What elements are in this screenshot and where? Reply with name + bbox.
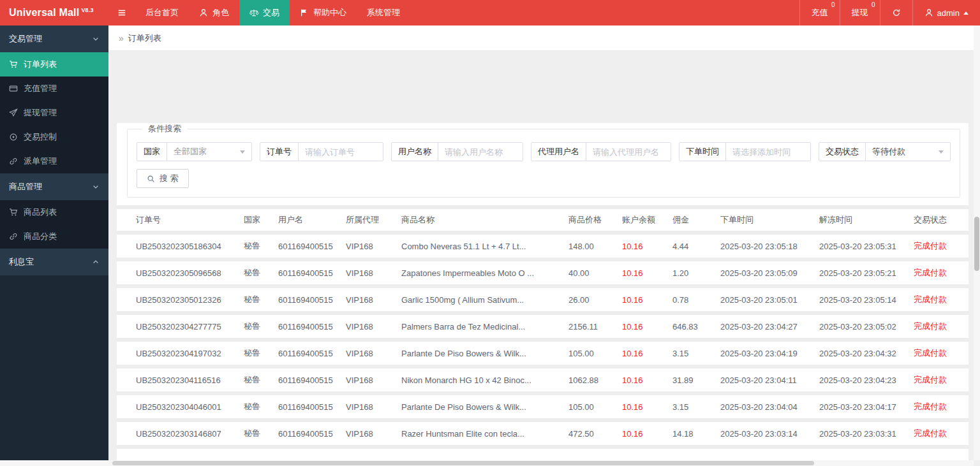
vertical-scrollbar[interactable] — [974, 25, 980, 460]
cell-product-price: 148.00 — [568, 235, 622, 258]
vertical-scrollbar-thumb[interactable] — [974, 217, 979, 271]
cell-order-no: UB2503202304197032 — [117, 342, 244, 365]
chevron-down-icon — [92, 35, 100, 43]
breadcrumb: » 订单列表 — [108, 25, 980, 51]
sidebar-group-goods-management[interactable]: 商品管理 — [0, 173, 108, 200]
header-product-price: 商品价格 — [568, 209, 622, 231]
header-agent: 所属代理 — [346, 209, 401, 231]
agent-name-field-group: 代理用户名 — [531, 142, 671, 161]
table-row[interactable]: UB2503202304197032 秘鲁 601169400515 VIP16… — [117, 342, 969, 365]
search-fields-row: 国家 全部国家 订单号 用户名称 代理用户名 — [137, 142, 951, 161]
nav-item-trade[interactable]: 交易 — [239, 0, 290, 25]
header-account-balance: 账户余额 — [622, 209, 672, 231]
sidebar-toggle-button[interactable] — [108, 0, 135, 25]
country-select[interactable]: 全部国家 — [167, 143, 251, 161]
sidebar-group-trade-management[interactable]: 交易管理 — [0, 25, 108, 52]
cell-unfreeze-time: 2025-03-20 23:05:14 — [819, 288, 914, 311]
cell-unfreeze-time: 2025-03-20 23:05:02 — [819, 315, 914, 338]
cell-country: 秘鲁 — [244, 422, 278, 445]
cell-account-balance: 10.16 — [622, 395, 672, 418]
refresh-button[interactable] — [880, 0, 912, 25]
cell-commission: 3.15 — [672, 342, 720, 365]
cell-order-time: 2025-03-20 23:04:19 — [720, 342, 819, 365]
cell-order-time: 2025-03-20 23:03:14 — [720, 422, 819, 445]
cell-country: 秘鲁 — [244, 315, 278, 338]
cell-product-price: 26.00 — [568, 288, 622, 311]
table-row[interactable]: UB2503202305012326 秘鲁 601169400515 VIP16… — [117, 288, 969, 311]
table-row[interactable]: UB2503202305096568 秘鲁 601169400515 VIP16… — [117, 261, 969, 284]
cell-product-name: Zapatones Impermeables Moto O ... — [401, 261, 568, 284]
agent-name-input[interactable] — [586, 143, 671, 161]
search-icon — [147, 175, 155, 183]
cell-country: 秘鲁 — [244, 395, 278, 418]
order-no-label: 订单号 — [260, 143, 299, 161]
sidebar-item-recharge-management[interactable]: 充值管理 — [0, 76, 108, 101]
sidebar-item-label: 派单管理 — [24, 156, 57, 167]
cell-trade-status: 完成付款 — [914, 342, 969, 365]
cell-order-no: UB2503202305186304 — [117, 235, 244, 258]
header-order-time: 下单时间 — [720, 209, 819, 231]
cell-unfreeze-time: 2025-03-20 23:04:17 — [819, 395, 914, 418]
nav-item-roles[interactable]: 角色 — [189, 0, 239, 25]
cell-trade-status: 完成付款 — [914, 261, 969, 284]
cell-product-price: 2156.11 — [568, 315, 622, 338]
sidebar-item-label: 商品列表 — [24, 207, 57, 218]
trade-status-select[interactable]: 等待付款 — [866, 143, 950, 161]
cell-agent: VIP168 — [346, 261, 401, 284]
cell-country: 秘鲁 — [244, 368, 278, 391]
table-row[interactable]: UB2503202304277775 秘鲁 601169400515 VIP16… — [117, 315, 969, 338]
person-icon — [924, 8, 933, 17]
cell-agent: VIP168 — [346, 288, 401, 311]
cell-product-price: 40.00 — [568, 261, 622, 284]
user-name-field-group: 用户名称 — [391, 142, 523, 161]
recharge-button[interactable]: 充值 0 — [799, 0, 840, 25]
cell-order-time: 2025-03-20 23:04:04 — [720, 395, 819, 418]
sidebar-item-label: 提现管理 — [24, 107, 57, 119]
sidebar-item-trade-control[interactable]: 交易控制 — [0, 125, 108, 149]
nav-item-system-management[interactable]: 系统管理 — [357, 0, 410, 25]
sidebar-group-interest-treasure[interactable]: 利息宝 — [0, 249, 108, 275]
caret-down-icon — [240, 150, 245, 154]
app-version: V8.3 — [81, 7, 93, 13]
cell-product-price: 105.00 — [568, 342, 622, 365]
nav-item-home[interactable]: 后台首页 — [135, 0, 189, 25]
horizontal-scrollbar[interactable] — [0, 460, 974, 466]
sidebar-item-order-list[interactable]: 订单列表 — [0, 52, 108, 76]
sidebar-item-goods-category[interactable]: 商品分类 — [0, 224, 108, 249]
cell-country: 秘鲁 — [244, 342, 278, 365]
country-label: 国家 — [137, 143, 167, 161]
user-menu[interactable]: admin — [912, 0, 980, 25]
user-name-input[interactable] — [438, 143, 523, 161]
nav-label: 系统管理 — [367, 7, 400, 18]
cell-product-price: 472.50 — [568, 422, 622, 445]
sidebar-item-goods-list[interactable]: 商品列表 — [0, 200, 108, 224]
flag-icon — [300, 8, 309, 17]
country-field-group: 国家 全部国家 — [137, 142, 252, 161]
sidebar-item-label: 交易控制 — [24, 131, 57, 143]
cell-order-no: UB2503202304046001 — [117, 395, 244, 418]
cell-product-price: 1062.88 — [568, 368, 622, 391]
order-time-input[interactable] — [726, 143, 810, 161]
horizontal-scrollbar-thumb[interactable] — [112, 461, 814, 465]
table-row[interactable]: UB2503202305186304 秘鲁 601169400515 VIP16… — [117, 235, 969, 258]
header-unfreeze-time: 解冻时间 — [819, 209, 914, 231]
table-row[interactable]: UB2503202304116516 秘鲁 601169400515 VIP16… — [117, 368, 969, 391]
cell-product-name: Combo Neveras 51.1 Lt + 4.7 Lt... — [401, 235, 568, 258]
sidebar-item-withdraw-management[interactable]: 提现管理 — [0, 101, 108, 125]
order-no-input[interactable] — [299, 143, 383, 161]
table-row[interactable]: UB2503202303146807 秘鲁 601169400515 VIP16… — [117, 422, 969, 445]
cell-commission: 31.89 — [672, 368, 720, 391]
withdraw-button[interactable]: 提现 0 — [840, 0, 880, 25]
sidebar-item-dispatch-management[interactable]: 派单管理 — [0, 149, 108, 173]
cell-trade-status: 完成付款 — [914, 288, 969, 311]
sidebar-item-label: 订单列表 — [24, 59, 57, 70]
table-header-row: 订单号 国家 用户名 所属代理 商品名称 商品价格 账户余额 佣金 下单时间 解… — [117, 209, 969, 231]
group-label: 交易管理 — [9, 33, 42, 45]
credit-card-icon — [9, 84, 18, 93]
caret-down-icon — [939, 150, 944, 154]
search-button[interactable]: 搜 索 — [137, 169, 189, 188]
cell-commission: 1.20 — [672, 261, 720, 284]
table-row[interactable]: UB2503202304046001 秘鲁 601169400515 VIP16… — [117, 395, 969, 418]
nav-item-help-center[interactable]: 帮助中心 — [290, 0, 357, 25]
cell-unfreeze-time: 2025-03-20 23:04:23 — [819, 368, 914, 391]
